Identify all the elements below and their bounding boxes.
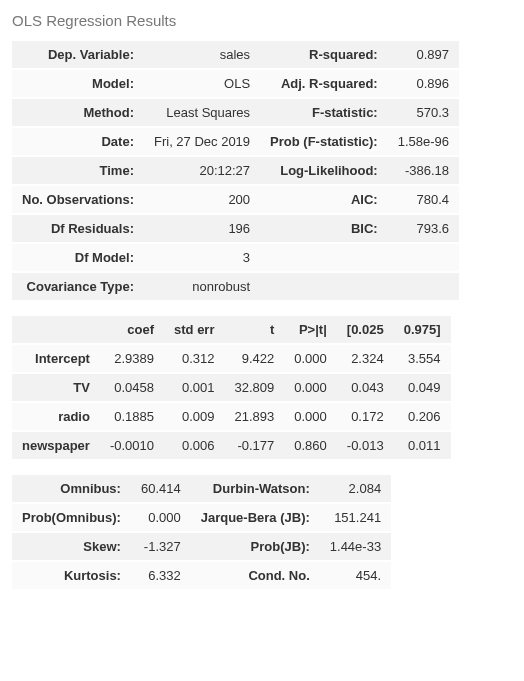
coef-p: 0.000: [284, 374, 337, 401]
table-row: Df Model:3: [12, 244, 459, 271]
table-row: Time:20:12:27Log-Likelihood:-386.18: [12, 157, 459, 184]
table-row: Model:OLSAdj. R-squared:0.896: [12, 70, 459, 97]
coef-term: newspaper: [12, 432, 100, 459]
coef-header-lo: [0.025: [337, 316, 394, 343]
diag-value: -1.327: [131, 533, 191, 560]
summary-label: Method:: [12, 99, 144, 126]
coef-t: 21.893: [224, 403, 284, 430]
summary-label: Adj. R-squared:: [260, 70, 388, 97]
coef-header-t: t: [224, 316, 284, 343]
summary-label: R-squared:: [260, 41, 388, 68]
coef-lo: 0.043: [337, 374, 394, 401]
summary-value: [388, 244, 459, 271]
summary-value: nonrobust: [144, 273, 260, 300]
summary-label: Prob (F-statistic):: [260, 128, 388, 155]
summary-value: Least Squares: [144, 99, 260, 126]
summary-label: Covariance Type:: [12, 273, 144, 300]
coef-coef: 0.1885: [100, 403, 164, 430]
summary-value: 570.3: [388, 99, 459, 126]
coef-t: 32.809: [224, 374, 284, 401]
diag-label: Omnibus:: [12, 475, 131, 502]
diag-label: Kurtosis:: [12, 562, 131, 589]
summary-value: [388, 273, 459, 300]
summary-value: sales: [144, 41, 260, 68]
coef-term: radio: [12, 403, 100, 430]
summary-label: F-statistic:: [260, 99, 388, 126]
coef-lo: 0.172: [337, 403, 394, 430]
coef-hi: 0.011: [394, 432, 451, 459]
coef-header-coef: coef: [100, 316, 164, 343]
summary-value: Fri, 27 Dec 2019: [144, 128, 260, 155]
coef-p: 0.000: [284, 345, 337, 372]
diag-value: 0.000: [131, 504, 191, 531]
summary-label: Df Model:: [12, 244, 144, 271]
summary-label: [260, 244, 388, 271]
summary-label: Log-Likelihood:: [260, 157, 388, 184]
coef-lo: -0.013: [337, 432, 394, 459]
summary-label: [260, 273, 388, 300]
coef-hi: 0.206: [394, 403, 451, 430]
coef-coef: 0.0458: [100, 374, 164, 401]
summary-label: AIC:: [260, 186, 388, 213]
coef-term: Intercept: [12, 345, 100, 372]
table-row: No. Observations:200AIC:780.4: [12, 186, 459, 213]
summary-label: Date:: [12, 128, 144, 155]
summary-value: 1.58e-96: [388, 128, 459, 155]
coef-header-row: coef std err t P>|t| [0.025 0.975]: [12, 316, 451, 343]
coef-hi: 0.049: [394, 374, 451, 401]
summary-value: 780.4: [388, 186, 459, 213]
coef-se: 0.001: [164, 374, 224, 401]
coef-p: 0.000: [284, 403, 337, 430]
diag-value: 454.: [320, 562, 391, 589]
coef-coef: -0.0010: [100, 432, 164, 459]
diag-label: Jarque-Bera (JB):: [191, 504, 320, 531]
diag-value: 2.084: [320, 475, 391, 502]
coef-se: 0.006: [164, 432, 224, 459]
summary-label: BIC:: [260, 215, 388, 242]
coef-lo: 2.324: [337, 345, 394, 372]
summary-value: 0.896: [388, 70, 459, 97]
diag-label: Cond. No.: [191, 562, 320, 589]
summary-value: -386.18: [388, 157, 459, 184]
diag-table: Omnibus:60.414Durbin-Watson:2.084Prob(Om…: [12, 473, 391, 591]
coef-se: 0.312: [164, 345, 224, 372]
table-row: TV0.04580.00132.8090.0000.0430.049: [12, 374, 451, 401]
table-row: Skew:-1.327Prob(JB):1.44e-33: [12, 533, 391, 560]
diag-value: 151.241: [320, 504, 391, 531]
coef-table: coef std err t P>|t| [0.025 0.975] Inter…: [12, 314, 451, 461]
table-row: Method:Least SquaresF-statistic:570.3: [12, 99, 459, 126]
summary-label: No. Observations:: [12, 186, 144, 213]
coef-body: Intercept2.93890.3129.4220.0002.3243.554…: [12, 345, 451, 459]
table-row: Dep. Variable:salesR-squared:0.897: [12, 41, 459, 68]
coef-header-hi: 0.975]: [394, 316, 451, 343]
diag-value: 1.44e-33: [320, 533, 391, 560]
summary-table: Dep. Variable:salesR-squared:0.897Model:…: [12, 39, 459, 302]
coef-header-blank: [12, 316, 100, 343]
diag-label: Prob(JB):: [191, 533, 320, 560]
summary-value: OLS: [144, 70, 260, 97]
coef-header-se: std err: [164, 316, 224, 343]
coef-t: 9.422: [224, 345, 284, 372]
summary-label: Model:: [12, 70, 144, 97]
coef-hi: 3.554: [394, 345, 451, 372]
diag-value: 60.414: [131, 475, 191, 502]
summary-value: 793.6: [388, 215, 459, 242]
table-row: Prob(Omnibus):0.000Jarque-Bera (JB):151.…: [12, 504, 391, 531]
coef-t: -0.177: [224, 432, 284, 459]
summary-value: 196: [144, 215, 260, 242]
table-row: radio0.18850.00921.8930.0000.1720.206: [12, 403, 451, 430]
summary-label: Time:: [12, 157, 144, 184]
coef-header-p: P>|t|: [284, 316, 337, 343]
page-title: OLS Regression Results: [12, 12, 512, 29]
summary-value: 200: [144, 186, 260, 213]
table-row: Df Residuals:196BIC:793.6: [12, 215, 459, 242]
table-row: Covariance Type:nonrobust: [12, 273, 459, 300]
table-row: Omnibus:60.414Durbin-Watson:2.084: [12, 475, 391, 502]
summary-label: Df Residuals:: [12, 215, 144, 242]
coef-se: 0.009: [164, 403, 224, 430]
table-row: newspaper-0.00100.006-0.1770.860-0.0130.…: [12, 432, 451, 459]
summary-value: 0.897: [388, 41, 459, 68]
table-row: Intercept2.93890.3129.4220.0002.3243.554: [12, 345, 451, 372]
summary-value: 20:12:27: [144, 157, 260, 184]
diag-label: Prob(Omnibus):: [12, 504, 131, 531]
